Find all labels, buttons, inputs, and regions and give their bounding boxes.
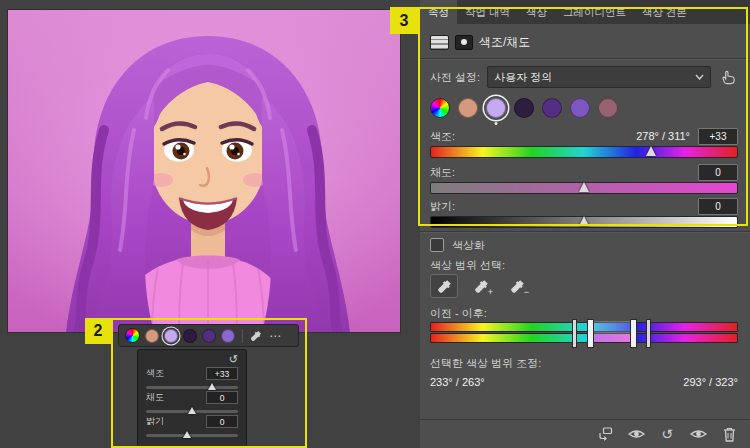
mini-color-swatch[interactable] xyxy=(145,329,159,343)
range-marker-outer-right[interactable] xyxy=(646,319,651,348)
mini-saturation-label: 채도 xyxy=(146,391,164,404)
adjustment-icon xyxy=(430,35,449,50)
lightness-value-input[interactable]: 0 xyxy=(698,198,738,215)
color-swatch[interactable] xyxy=(570,98,590,118)
color-swatch[interactable] xyxy=(458,98,478,118)
divider xyxy=(420,58,750,60)
adjusted-range-left: 233° / 263° xyxy=(430,376,485,388)
mini-saturation-value[interactable]: 0 xyxy=(206,391,238,404)
color-wheel-icon[interactable] xyxy=(125,328,140,343)
mask-icon xyxy=(455,35,473,50)
reset-adjustment-icon[interactable]: ↺ xyxy=(658,425,676,443)
lightness-row: 밝기: 0 xyxy=(430,198,738,214)
mini-lightness-thumb[interactable] xyxy=(183,431,191,438)
adjustment-title: 색조/채도 xyxy=(479,34,530,51)
preset-row: 사전 설정: 사용자 정의 xyxy=(430,66,738,88)
eyedropper-minus-icon[interactable]: − xyxy=(504,275,530,297)
hue-range-readout: 278° / 311° xyxy=(636,130,690,142)
color-range-label: 색상 범위 선택: xyxy=(430,258,738,273)
tab-color[interactable]: 색상 xyxy=(518,0,555,24)
mini-hue-row: 색조 +33 xyxy=(146,367,238,380)
mini-saturation-row: 채도 0 xyxy=(146,391,238,404)
document-canvas[interactable] xyxy=(8,10,400,332)
adjustment-header: 색조/채도 xyxy=(430,32,738,52)
hue-range-bars xyxy=(430,322,738,343)
saturation-value-input[interactable]: 0 xyxy=(698,164,738,181)
tab-history[interactable]: 작업 내역 xyxy=(457,0,518,24)
mini-hue-slider[interactable] xyxy=(146,386,238,389)
adjusted-range-values: 233° / 263° 293° / 323° xyxy=(430,376,738,388)
lightness-slider[interactable] xyxy=(430,216,738,228)
hue-slider-thumb[interactable] xyxy=(646,146,656,156)
mini-lightness-row: 밝기 0 xyxy=(146,415,238,428)
properties-panel: 속성 작업 내역 색상 그레이디언트 색상 견본 색조/채도 사전 설정: 사용… xyxy=(420,0,750,448)
mini-saturation-thumb[interactable] xyxy=(188,407,196,414)
mini-color-swatch[interactable] xyxy=(183,329,197,343)
mini-color-swatch[interactable] xyxy=(221,329,235,343)
lightness-label: 밝기: xyxy=(430,199,455,214)
preset-swatch-row xyxy=(430,96,738,120)
panel-tab-bar: 속성 작업 내역 색상 그레이디언트 색상 견본 xyxy=(420,0,750,24)
mini-lightness-slider[interactable] xyxy=(146,434,238,437)
range-marker-outer-left[interactable] xyxy=(572,319,577,348)
hue-label: 색조: xyxy=(430,129,455,144)
delete-adjustment-icon[interactable] xyxy=(720,425,738,443)
saturation-label: 채도: xyxy=(430,165,455,180)
tab-gradient[interactable]: 그레이디언트 xyxy=(555,0,634,24)
layer-visibility-icon[interactable] xyxy=(689,425,707,443)
previous-state-icon[interactable] xyxy=(627,425,645,443)
range-marker-inner-left[interactable] xyxy=(587,319,594,348)
color-wheel-icon[interactable] xyxy=(430,98,450,118)
mini-hue-value[interactable]: +33 xyxy=(206,367,238,380)
photoshop-app: 속성 작업 내역 색상 그레이디언트 색상 견본 색조/채도 사전 설정: 사용… xyxy=(0,0,750,448)
saturation-slider-thumb[interactable] xyxy=(579,182,589,192)
preset-label: 사전 설정: xyxy=(430,70,480,85)
saturation-row: 채도: 0 xyxy=(430,164,738,180)
tab-properties[interactable]: 속성 xyxy=(420,0,457,24)
eyedropper-icon[interactable] xyxy=(250,330,262,342)
divider xyxy=(420,231,750,233)
hue-row: 색조: 278° / 311° +33 xyxy=(430,128,738,144)
mini-lightness-label: 밝기 xyxy=(146,415,164,428)
annotation-label-3: 3 xyxy=(390,7,418,34)
color-swatch-selected[interactable] xyxy=(486,98,506,118)
mini-lightness-value[interactable]: 0 xyxy=(206,415,238,428)
mini-saturation-slider[interactable] xyxy=(146,410,238,413)
hue-slider[interactable] xyxy=(430,146,738,158)
portrait-image xyxy=(8,10,400,332)
reset-icon[interactable]: ↺ xyxy=(146,353,238,365)
after-hue-bar xyxy=(430,333,738,343)
preset-value: 사용자 정의 xyxy=(494,70,552,85)
tab-swatches[interactable]: 색상 견본 xyxy=(634,0,695,24)
hue-value-input[interactable]: +33 xyxy=(698,128,738,145)
mini-adjustment-panel: ↺ 색조 +33 채도 0 밝기 0 xyxy=(137,349,247,448)
color-swatch[interactable] xyxy=(514,98,534,118)
mini-hue-thumb[interactable] xyxy=(208,383,216,390)
range-marker-inner-right[interactable] xyxy=(630,319,637,348)
eyedropper-toolbar: + − xyxy=(430,274,738,298)
color-swatch[interactable] xyxy=(598,98,618,118)
chevron-down-icon xyxy=(695,74,704,80)
colorize-checkbox[interactable] xyxy=(430,238,444,252)
color-swatch[interactable] xyxy=(542,98,562,118)
mini-swatch-bar: ⋯ xyxy=(118,324,299,347)
colorize-label: 색상화 xyxy=(452,238,485,253)
saturation-slider[interactable] xyxy=(430,182,738,194)
eyedropper-plus-icon[interactable]: + xyxy=(468,275,494,297)
mini-hue-label: 색조 xyxy=(146,367,164,380)
adjusted-range-right: 293° / 323° xyxy=(683,376,738,388)
adjusted-range-label: 선택한 색상 범위 조정: xyxy=(430,356,738,371)
lightness-slider-thumb[interactable] xyxy=(579,216,589,226)
preset-dropdown[interactable]: 사용자 정의 xyxy=(487,66,711,88)
annotation-label-2: 2 xyxy=(85,318,111,344)
more-options-icon[interactable]: ⋯ xyxy=(269,329,281,343)
colorize-row: 색상화 xyxy=(430,238,738,252)
mini-color-swatch[interactable] xyxy=(202,329,216,343)
panel-bottom-toolbar: ↺ xyxy=(420,419,750,448)
targeted-adjustment-icon[interactable] xyxy=(718,67,738,87)
clip-to-layer-icon[interactable] xyxy=(596,425,614,443)
eyedropper-icon[interactable] xyxy=(430,274,458,298)
mini-color-swatch-selected[interactable] xyxy=(164,329,178,343)
before-after-label: 이전 - 이후: xyxy=(430,306,738,321)
before-hue-bar xyxy=(430,322,738,332)
